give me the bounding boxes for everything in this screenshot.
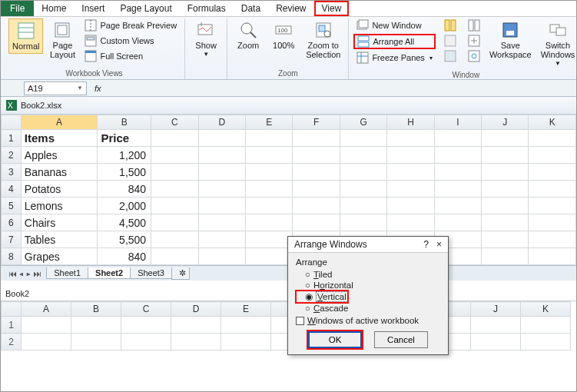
cell-A8[interactable]: Grapes [21, 248, 98, 265]
tab-view[interactable]: View [314, 1, 350, 16]
cell-empty[interactable] [340, 181, 386, 198]
cell-empty[interactable] [340, 130, 386, 147]
row-head-2[interactable]: 2 [2, 147, 22, 164]
tab-home[interactable]: Home [34, 1, 74, 16]
sheet-tab-sheet2[interactable]: Sheet2 [88, 267, 131, 279]
row-head-7[interactable]: 7 [2, 231, 22, 248]
cell-B8[interactable]: 840 [98, 248, 151, 265]
cell-empty[interactable] [71, 317, 121, 334]
cell-empty[interactable] [482, 198, 529, 214]
cell-empty[interactable] [151, 198, 198, 214]
cell-empty[interactable] [482, 181, 529, 198]
cell-empty[interactable] [529, 130, 576, 147]
cell-empty[interactable] [246, 147, 293, 164]
cell-A3[interactable]: Bananas [21, 164, 98, 181]
cell-empty[interactable] [198, 248, 245, 265]
cell-empty[interactable] [387, 130, 434, 147]
cell-empty[interactable] [293, 130, 340, 147]
cell-B2[interactable]: 1,200 [98, 147, 151, 164]
col-head-D[interactable]: D [171, 302, 221, 317]
cell-empty[interactable] [221, 317, 271, 334]
col-head-E[interactable]: E [246, 115, 293, 130]
radio-vertical[interactable]: ◉Vertical [296, 291, 348, 303]
switch-windows-button[interactable]: Switch Windows ▼ [538, 18, 577, 70]
cell-empty[interactable] [529, 231, 576, 248]
cell-empty[interactable] [198, 164, 245, 181]
new-window-button[interactable]: New Window [353, 18, 435, 32]
tab-page-layout[interactable]: Page Layout [112, 1, 179, 16]
cell-empty[interactable] [171, 317, 221, 334]
cell-empty[interactable] [387, 164, 434, 181]
cell-empty[interactable] [529, 147, 576, 164]
hide-button[interactable] [441, 34, 459, 48]
cell-empty[interactable] [246, 181, 293, 198]
col-head-A[interactable]: A [22, 302, 71, 317]
fx-label[interactable]: fx [91, 84, 104, 93]
ok-button[interactable]: OK [308, 331, 362, 348]
cell-empty[interactable] [529, 181, 576, 198]
cell-empty[interactable] [529, 164, 576, 181]
col-head-K[interactable]: K [529, 115, 576, 130]
cell-empty[interactable] [293, 198, 340, 214]
sheet-tab-sheet3[interactable]: Sheet3 [130, 267, 172, 279]
full-screen-button[interactable]: Full Screen [81, 49, 180, 63]
row-head-8[interactable]: 8 [2, 248, 22, 265]
reset-pos-button[interactable] [465, 49, 483, 63]
cell-A4[interactable]: Potatos [21, 181, 98, 198]
zoom-100-button[interactable]: 100 100% [267, 18, 300, 52]
normal-view-button[interactable]: Normal [8, 18, 43, 54]
col-head-J[interactable]: J [471, 302, 521, 317]
show-button[interactable]: Show ▼ [190, 18, 222, 61]
cell-empty[interactable] [293, 214, 340, 231]
cell-empty[interactable] [387, 147, 434, 164]
tab-file[interactable]: File [1, 1, 34, 16]
cell-empty[interactable] [482, 248, 529, 265]
cell-empty[interactable] [434, 147, 481, 164]
cell-empty[interactable] [121, 317, 171, 334]
cell-empty[interactable] [387, 214, 434, 231]
cell-empty[interactable] [246, 248, 293, 265]
cell-A1[interactable]: Items [21, 130, 98, 147]
arrange-all-button[interactable]: Arrange All [353, 34, 435, 49]
row-head-5[interactable]: 5 [2, 198, 22, 214]
cell-B4[interactable]: 840 [98, 181, 151, 198]
col-head-K[interactable]: K [521, 302, 571, 317]
sheet-tab-sheet1[interactable]: Sheet1 [46, 267, 88, 279]
custom-views-button[interactable]: Custom Views [81, 34, 180, 48]
cell-empty[interactable] [340, 147, 386, 164]
cell-empty[interactable] [434, 214, 481, 231]
radio-tiled[interactable]: ○Tiled [296, 269, 440, 280]
cell-empty[interactable] [293, 164, 340, 181]
cell-empty[interactable] [151, 147, 198, 164]
cell-empty[interactable] [22, 317, 71, 334]
unhide-button[interactable] [441, 49, 459, 63]
tab-data[interactable]: Data [234, 1, 268, 16]
sync-scroll-button[interactable] [465, 34, 483, 48]
cell-B5[interactable]: 2,000 [98, 198, 151, 214]
col-head-D[interactable]: D [198, 115, 245, 130]
cell-empty[interactable] [293, 147, 340, 164]
cell-empty[interactable] [482, 214, 529, 231]
col-head-B[interactable]: B [98, 115, 151, 130]
row-head-1[interactable]: 1 [2, 130, 22, 147]
cell-A7[interactable]: Tables [21, 231, 98, 248]
col-head-F[interactable]: F [293, 115, 340, 130]
cell-empty[interactable] [529, 248, 576, 265]
cell-empty[interactable] [482, 231, 529, 248]
cell-empty[interactable] [198, 130, 245, 147]
row-head-2[interactable]: 2 [2, 334, 22, 350]
col-head-B[interactable]: B [71, 302, 121, 317]
cell-B3[interactable]: 1,500 [98, 164, 151, 181]
radio-horizontal[interactable]: ○Horizontal [296, 280, 440, 291]
cell-empty[interactable] [151, 164, 198, 181]
sheet-nav-arrows[interactable]: ⏮ ◀ ▶ ⏭ [8, 269, 41, 278]
split-button[interactable] [441, 18, 459, 32]
cell-B1[interactable]: Price [98, 130, 151, 147]
col-head-H[interactable]: H [387, 115, 434, 130]
freeze-panes-button[interactable]: Freeze Panes▾ [353, 51, 435, 65]
cell-empty[interactable] [71, 334, 121, 350]
col-head-J[interactable]: J [482, 115, 529, 130]
save-workspace-button[interactable]: Save Workspace [486, 18, 535, 61]
cell-empty[interactable] [482, 130, 529, 147]
cell-empty[interactable] [293, 181, 340, 198]
